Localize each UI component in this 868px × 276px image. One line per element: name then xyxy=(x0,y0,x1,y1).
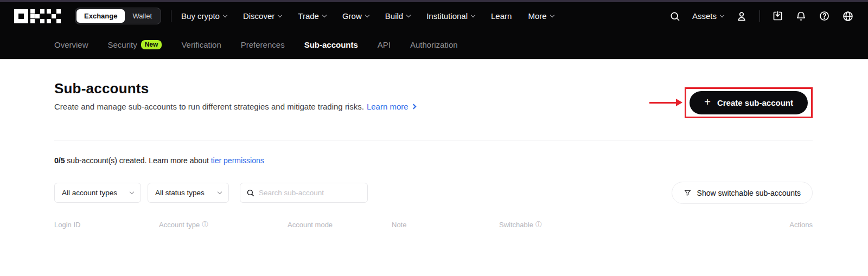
tab-api[interactable]: API xyxy=(378,40,391,49)
tab-security[interactable]: Security New xyxy=(108,40,162,49)
filter-funnel-icon xyxy=(684,189,692,197)
col-login-id: Login ID xyxy=(54,221,159,229)
chevron-down-icon xyxy=(223,13,227,17)
col-account-type: Account type ⓘ xyxy=(159,220,288,229)
chevron-down-icon xyxy=(322,13,327,17)
tab-overview[interactable]: Overview xyxy=(54,40,88,49)
plus-icon: + xyxy=(704,96,711,108)
status-type-select[interactable]: All status types xyxy=(148,183,229,203)
nav-institutional[interactable]: Institutional xyxy=(426,11,475,21)
chevron-down-icon xyxy=(130,190,134,194)
top-navigation-bar: Exchange Wallet Buy crypto Discover Trad… xyxy=(0,2,868,30)
okx-logo-k-icon xyxy=(30,9,44,23)
chevron-down-icon xyxy=(550,13,554,17)
nav-grow[interactable]: Grow xyxy=(342,11,369,21)
language-globe-icon[interactable] xyxy=(842,10,854,22)
nav-discover[interactable]: Discover xyxy=(243,11,282,21)
wallet-tab[interactable]: Wallet xyxy=(125,9,159,23)
page-title: Sub-accounts xyxy=(54,80,416,97)
chevron-down-icon xyxy=(720,13,724,17)
annotation-highlight-box: + Create sub-account xyxy=(685,87,813,118)
page-header: Sub-accounts Create and manage sub-accou… xyxy=(54,60,813,118)
search-input[interactable] xyxy=(259,189,361,197)
exchange-wallet-toggle: Exchange Wallet xyxy=(75,8,161,24)
notifications-bell-icon[interactable] xyxy=(795,10,807,22)
nav-trade[interactable]: Trade xyxy=(298,11,326,21)
account-subnav: Overview Security New Verification Prefe… xyxy=(0,30,868,60)
okx-logo[interactable] xyxy=(14,9,61,23)
primary-nav: Buy crypto Discover Trade Grow Build Ins… xyxy=(181,11,554,21)
chevron-right-icon xyxy=(411,104,416,110)
show-switchable-button[interactable]: Show switchable sub-accounts xyxy=(672,182,813,204)
nav-build[interactable]: Build xyxy=(385,11,410,21)
col-switchable: Switchable ⓘ xyxy=(499,220,789,229)
user-profile-icon[interactable] xyxy=(736,10,748,22)
tab-preferences[interactable]: Preferences xyxy=(241,40,285,49)
nav-learn[interactable]: Learn xyxy=(491,11,512,21)
chevron-down-icon xyxy=(365,13,369,17)
search-icon xyxy=(246,189,254,197)
nav-buy-crypto[interactable]: Buy crypto xyxy=(181,11,227,21)
info-icon[interactable]: ⓘ xyxy=(535,220,542,229)
title-block: Sub-accounts Create and manage sub-accou… xyxy=(54,80,416,111)
exchange-tab[interactable]: Exchange xyxy=(76,9,125,23)
col-account-mode: Account mode xyxy=(288,221,392,229)
col-note: Note xyxy=(392,221,499,229)
col-actions: Actions xyxy=(789,221,813,229)
tab-sub-accounts[interactable]: Sub-accounts xyxy=(304,40,358,49)
tier-permissions-link[interactable]: tier permissions xyxy=(211,156,264,165)
download-app-icon[interactable] xyxy=(772,10,783,22)
annotation-group: + Create sub-account xyxy=(649,87,813,118)
chevron-down-icon xyxy=(278,13,282,17)
chevron-down-icon xyxy=(218,190,222,194)
table-header-row: Login ID Account type ⓘ Account mode Not… xyxy=(54,220,813,229)
account-type-select[interactable]: All account types xyxy=(54,183,141,203)
sub-account-search xyxy=(240,183,368,203)
topbar-divider xyxy=(171,10,171,22)
sub-account-summary: 0/5 sub-account(s) created. Learn more a… xyxy=(54,140,813,165)
chevron-down-icon xyxy=(406,13,411,17)
search-icon[interactable] xyxy=(669,11,680,22)
chevron-down-icon xyxy=(471,13,475,17)
learn-more-link[interactable]: Learn more xyxy=(367,102,416,111)
okx-logo-o-icon xyxy=(14,9,28,23)
page-description: Create and manage sub-accounts to run di… xyxy=(54,102,416,111)
tab-verification[interactable]: Verification xyxy=(181,40,221,49)
main-content: Sub-accounts Create and manage sub-accou… xyxy=(0,60,868,229)
tab-authorization[interactable]: Authorization xyxy=(410,40,458,49)
new-badge: New xyxy=(141,40,162,49)
info-icon[interactable]: ⓘ xyxy=(202,220,208,229)
topbar-right-group: Assets xyxy=(669,10,854,22)
help-icon[interactable] xyxy=(819,10,830,22)
sub-account-count: 0/5 xyxy=(54,156,65,165)
annotation-arrow xyxy=(649,102,676,104)
filter-row: All account types All status types Show … xyxy=(54,182,813,204)
nav-more[interactable]: More xyxy=(528,11,553,21)
okx-logo-x-icon xyxy=(47,9,61,23)
create-sub-account-button[interactable]: + Create sub-account xyxy=(690,91,808,114)
topbar-divider xyxy=(760,10,760,22)
assets-menu[interactable]: Assets xyxy=(692,11,724,21)
